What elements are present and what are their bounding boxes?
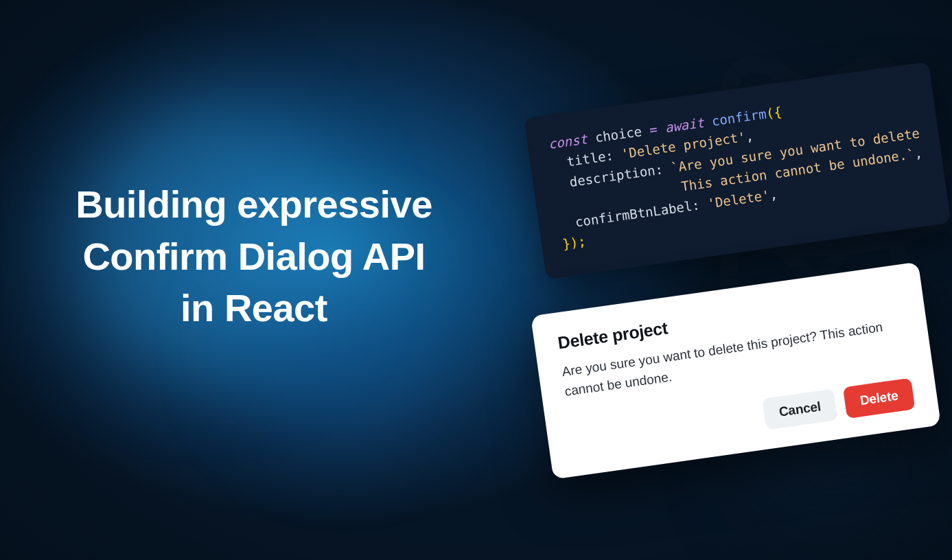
code-punc: , — [745, 128, 754, 144]
cancel-button[interactable]: Cancel — [762, 388, 837, 430]
code-punc: , — [769, 186, 778, 202]
code-punc: : — [654, 161, 664, 177]
headline-line: Confirm Dialog API — [82, 235, 425, 278]
code-op: = — [649, 121, 658, 137]
code-keyword: const — [547, 131, 588, 152]
code-fn: confirm — [710, 106, 767, 128]
code-keyword: await — [664, 115, 705, 135]
code-variable: choice — [594, 124, 642, 145]
code-string: 'Delete' — [706, 187, 771, 211]
code-punc: , — [914, 145, 923, 161]
code-brace: }); — [561, 233, 587, 252]
code-brace: ({ — [765, 104, 783, 121]
headline: Building expressive Confirm Dialog API i… — [48, 178, 460, 334]
code-prop: confirmBtnLabel — [574, 198, 693, 230]
code-prop: title — [566, 149, 607, 170]
code-punc: : — [690, 197, 700, 213]
headline-line: in React — [181, 286, 327, 329]
headline-line: Building expressive — [76, 183, 432, 226]
delete-button[interactable]: Delete — [843, 378, 915, 419]
code-punc: : — [605, 148, 614, 163]
